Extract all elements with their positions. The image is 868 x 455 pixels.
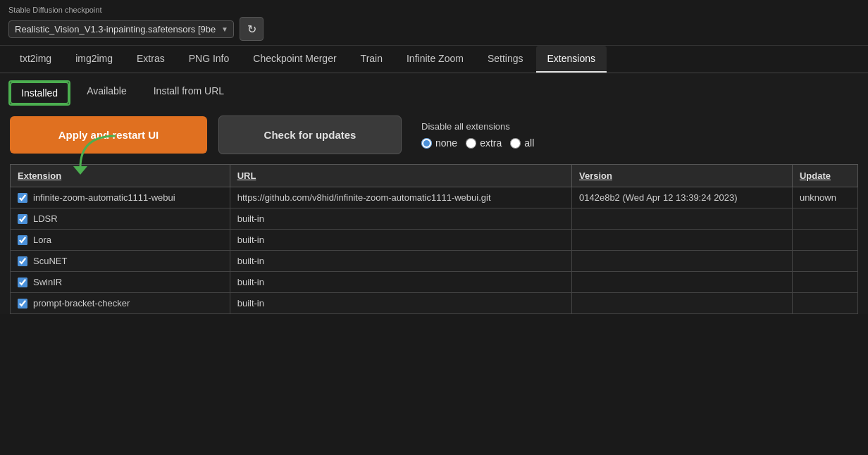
table-row: LDSRbuilt-in [11, 208, 858, 230]
sub-tab-available[interactable]: Available [76, 80, 137, 106]
tab-checkpoint-merger[interactable]: Checkpoint Merger [242, 46, 347, 73]
tab-txt2img[interactable]: txt2img [8, 46, 63, 73]
ext-name-cell: infinite-zoom-automatic1111-webui [11, 187, 230, 208]
tab-settings[interactable]: Settings [476, 46, 535, 73]
installed-tab-box: Installed [8, 80, 70, 106]
col-update: Update [792, 165, 857, 187]
ext-url-cell: built-in [230, 272, 571, 293]
ext-name-cell: SwinIR [11, 272, 230, 293]
ext-name-cell: prompt-bracket-checker [11, 293, 230, 314]
disable-extensions-section: Disable all extensions none extra all [421, 121, 534, 149]
ext-url-cell: https://github.com/v8hid/infinite-zoom-a… [230, 187, 571, 208]
ext-version-cell: 0142e8b2 (Wed Apr 12 13:39:24 2023) [572, 187, 793, 208]
refresh-icon: ↻ [247, 23, 256, 36]
ext-enabled-checkbox[interactable] [18, 214, 27, 224]
ext-name-cell: LDSR [11, 208, 230, 230]
radio-none[interactable]: none [421, 137, 457, 149]
ext-version-cell [572, 272, 793, 293]
ext-enabled-checkbox[interactable] [18, 278, 27, 287]
ext-update-cell [792, 293, 857, 314]
refresh-checkpoint-button[interactable]: ↻ [240, 17, 264, 41]
ext-name-cell: ScuNET [11, 251, 230, 272]
ext-update-cell [792, 251, 857, 272]
apply-restart-button[interactable]: Apply and restart UI [10, 116, 207, 154]
table-row: infinite-zoom-automatic1111-webuihttps:/… [11, 187, 858, 208]
checkpoint-row: Realistic_Vision_V1.3-inpainting.safeten… [8, 17, 860, 41]
action-bar: Apply and restart UI Check for updates D… [0, 106, 868, 164]
radio-all[interactable]: all [510, 137, 534, 149]
tab-img2img[interactable]: img2img [64, 46, 124, 73]
sub-tab-installed[interactable]: Installed [10, 82, 69, 104]
ext-version-cell [572, 208, 793, 230]
ext-update-cell: unknown [792, 187, 857, 208]
col-version: Version [572, 165, 793, 187]
checkpoint-select-wrapper: Realistic_Vision_V1.3-inpainting.safeten… [8, 20, 234, 38]
ext-url-cell: built-in [230, 293, 571, 314]
tab-infinite-zoom[interactable]: Infinite Zoom [395, 46, 475, 73]
radio-none-input[interactable] [421, 138, 432, 149]
radio-all-input[interactable] [510, 138, 521, 149]
col-extension: Extension [11, 165, 230, 187]
ext-name-label: prompt-bracket-checker [33, 298, 130, 308]
radio-extra-label: extra [480, 137, 502, 149]
top-bar: Stable Diffusion checkpoint Realistic_Vi… [0, 0, 868, 46]
ext-enabled-checkbox[interactable] [18, 299, 27, 308]
table-row: SwinIRbuilt-in [11, 272, 858, 293]
ext-version-cell [572, 230, 793, 251]
tab-png-info[interactable]: PNG Info [178, 46, 241, 73]
ext-enabled-checkbox[interactable] [18, 256, 27, 266]
ext-version-cell [572, 293, 793, 314]
checkpoint-select[interactable]: Realistic_Vision_V1.3-inpainting.safeten… [8, 20, 234, 38]
sub-tab-install-from-url[interactable]: Install from URL [143, 80, 235, 106]
ext-name-label: infinite-zoom-automatic1111-webui [33, 192, 175, 203]
table-row: ScuNETbuilt-in [11, 251, 858, 272]
check-updates-button[interactable]: Check for updates [218, 116, 402, 154]
ext-enabled-checkbox[interactable] [18, 193, 27, 203]
ext-url-cell: built-in [230, 230, 571, 251]
radio-extra-input[interactable] [466, 138, 476, 149]
col-url: URL [230, 165, 571, 187]
ext-name-label: ScuNET [33, 256, 67, 266]
table-header-row: Extension URL Version Update [11, 165, 858, 187]
ext-version-cell [572, 251, 793, 272]
apply-btn-wrapper: Apply and restart UI [10, 116, 207, 154]
ext-enabled-checkbox[interactable] [18, 235, 27, 245]
disable-radio-group: none extra all [421, 137, 534, 149]
ext-name-cell: Lora [11, 230, 230, 251]
ext-name-label: SwinIR [33, 277, 62, 287]
ext-update-cell [792, 272, 857, 293]
table-row: Lorabuilt-in [11, 230, 858, 251]
sub-tabs: Installed Available Install from URL [0, 73, 868, 106]
ext-name-label: LDSR [33, 213, 58, 224]
table-row: prompt-bracket-checkerbuilt-in [11, 293, 858, 314]
radio-all-label: all [524, 137, 534, 149]
main-tabs: txt2img img2img Extras PNG Info Checkpoi… [0, 46, 868, 73]
tab-train[interactable]: Train [349, 46, 394, 73]
radio-extra[interactable]: extra [466, 137, 502, 149]
ext-url-cell: built-in [230, 208, 571, 230]
disable-label: Disable all extensions [421, 121, 534, 132]
extensions-table: Extension URL Version Update infinite-zo… [10, 164, 858, 314]
ext-url-cell: built-in [230, 251, 571, 272]
tab-extensions[interactable]: Extensions [536, 46, 607, 73]
checkpoint-label: Stable Diffusion checkpoint [8, 6, 860, 14]
tab-extras[interactable]: Extras [125, 46, 176, 73]
content-area: Installed Available Install from URL App… [0, 73, 868, 314]
ext-name-label: Lora [33, 235, 51, 245]
ext-update-cell [792, 230, 857, 251]
radio-none-label: none [435, 137, 457, 149]
ext-update-cell [792, 208, 857, 230]
